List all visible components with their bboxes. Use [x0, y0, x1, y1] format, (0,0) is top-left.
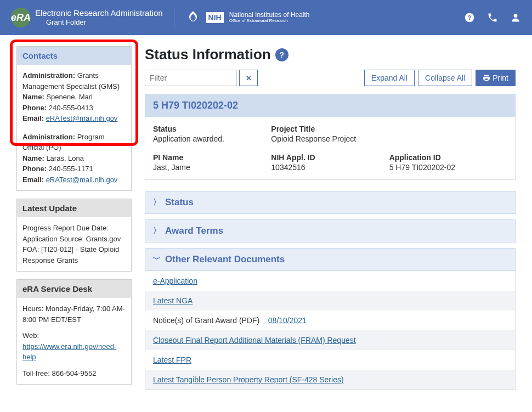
hhs-icon — [185, 10, 201, 25]
hhs-nih-branding: NIH National Institutes of Health Office… — [185, 10, 310, 25]
contact-phone-value: 240-555-1171 — [49, 165, 93, 173]
contacts-card: Contacts Administration: Grants Manageme… — [16, 46, 132, 191]
contact-phone-label: Phone: — [22, 104, 47, 112]
doc-eapplication-link[interactable]: e-Application — [153, 276, 197, 285]
svg-text:?: ? — [467, 14, 471, 21]
project-title-label: Project Title — [271, 125, 389, 133]
section-award-terms-label: Award Terms — [165, 225, 223, 236]
nih-appl-id-value: 10342516 — [271, 163, 389, 172]
doc-fram-link[interactable]: Closeout Final Report Additional Materia… — [153, 336, 356, 345]
contact-name-label: Name: — [22, 154, 44, 162]
application-id-value: 5 H79 TI020202-02 — [389, 163, 507, 172]
doc-sf428-link[interactable]: Latest Tangible Person Property Report (… — [153, 375, 344, 384]
app-header: eRA Electronic Research Administration G… — [0, 0, 532, 35]
print-button[interactable]: Print — [476, 70, 516, 86]
phone-icon[interactable] — [487, 12, 498, 23]
status-label: Status — [153, 125, 271, 133]
contacts-heading: Contacts — [17, 47, 131, 65]
print-button-label: Print — [493, 74, 508, 82]
service-desk-heading: eRA Service Desk — [17, 280, 131, 298]
section-status[interactable]: 〉Status — [145, 191, 516, 214]
contact-block: Administration: Grants Management Specia… — [22, 70, 126, 124]
era-logo-badge: eRA — [11, 8, 31, 27]
latest-update-heading: Latest Update — [17, 199, 131, 217]
doc-notice-label: Notice(s) of Grant Award (PDF) — [153, 316, 259, 325]
service-desk-hours: Hours: Monday-Friday, 7:00 AM-8:00 PM ED… — [22, 303, 126, 325]
contact-admin-label: Administration: — [22, 133, 75, 141]
contact-phone-value: 240-555-0413 — [49, 104, 93, 112]
filter-input[interactable] — [145, 70, 237, 86]
user-icon[interactable] — [510, 12, 521, 23]
header-divider — [174, 8, 174, 27]
grant-id-heading: 5 H79 TI020202-02 — [145, 94, 516, 117]
latest-update-body: Progress Report Due Date: Application So… — [17, 217, 131, 271]
contact-email-link[interactable]: eRATest@mail.nih.gov — [46, 176, 118, 184]
project-title-value: Opioid Response Project — [271, 134, 389, 143]
pi-name-value: Jast, Jame — [153, 163, 271, 172]
contact-name-label: Name: — [22, 93, 44, 101]
contact-name-value: Spenene, Marl — [46, 93, 93, 101]
status-value: Application awarded. — [153, 134, 271, 143]
expand-all-button[interactable]: Expand All — [364, 70, 415, 86]
service-desk-card: eRA Service Desk Hours: Monday-Friday, 7… — [16, 279, 132, 385]
contact-phone-label: Phone: — [22, 165, 47, 173]
svg-point-2 — [514, 14, 518, 18]
latest-update-card: Latest Update Progress Report Due Date: … — [16, 199, 132, 272]
contact-email-label: Email: — [22, 176, 44, 184]
nih-logo-box: NIH — [206, 12, 224, 23]
doc-latest-nga-link[interactable]: Latest NGA — [153, 296, 193, 305]
contact-block: Administration: Program Official (PO) Na… — [22, 132, 126, 185]
clear-filter-button[interactable]: ✕ — [239, 70, 258, 86]
print-icon — [483, 74, 490, 82]
doc-notice-date-link[interactable]: 08/10/2021 — [268, 316, 307, 325]
nih-appl-id-label: NIH Appl. ID — [271, 153, 389, 162]
chevron-right-icon: 〉 — [153, 197, 161, 207]
service-desk-tollfree: Toll-free: 866-504-9552 — [22, 368, 126, 379]
application-id-label: Application ID — [389, 153, 507, 162]
other-docs-list: e-Application Latest NGA Notice(s) of Gr… — [145, 271, 516, 390]
collapse-all-button[interactable]: Collapse All — [418, 70, 472, 86]
section-other-docs-label: Other Relevant Documents — [165, 254, 285, 265]
app-subtitle: Grant Folder — [35, 18, 163, 27]
page-help-icon[interactable]: ? — [275, 48, 288, 61]
contact-name-value: Laras, Lona — [46, 154, 84, 162]
app-title: Electronic Research Administration — [35, 8, 163, 18]
page-title: Status Information — [145, 46, 271, 63]
contact-email-label: Email: — [22, 114, 44, 122]
help-icon[interactable]: ? — [464, 12, 475, 23]
chevron-down-icon: ﹀ — [153, 255, 161, 264]
section-status-label: Status — [165, 197, 194, 208]
chevron-right-icon: 〉 — [153, 226, 161, 236]
pi-name-label: PI Name — [153, 153, 271, 162]
service-desk-web-label: Web: — [22, 330, 126, 341]
contact-admin-label: Administration: — [22, 71, 75, 80]
section-award-terms[interactable]: 〉Award Terms — [145, 219, 516, 242]
service-desk-web-link[interactable]: https://www.era.nih.gov/need-help — [22, 342, 116, 362]
contact-email-link[interactable]: eRATest@mail.nih.gov — [46, 114, 118, 122]
section-other-docs[interactable]: ﹀Other Relevant Documents — [145, 248, 516, 271]
era-logo: eRA Electronic Research Administration G… — [11, 8, 163, 27]
doc-latest-fpr-link[interactable]: Latest FPR — [153, 355, 191, 364]
grant-summary: StatusApplication awarded. Project Title… — [145, 117, 516, 180]
nih-subtitle: Office of Extramural Research — [229, 19, 310, 24]
